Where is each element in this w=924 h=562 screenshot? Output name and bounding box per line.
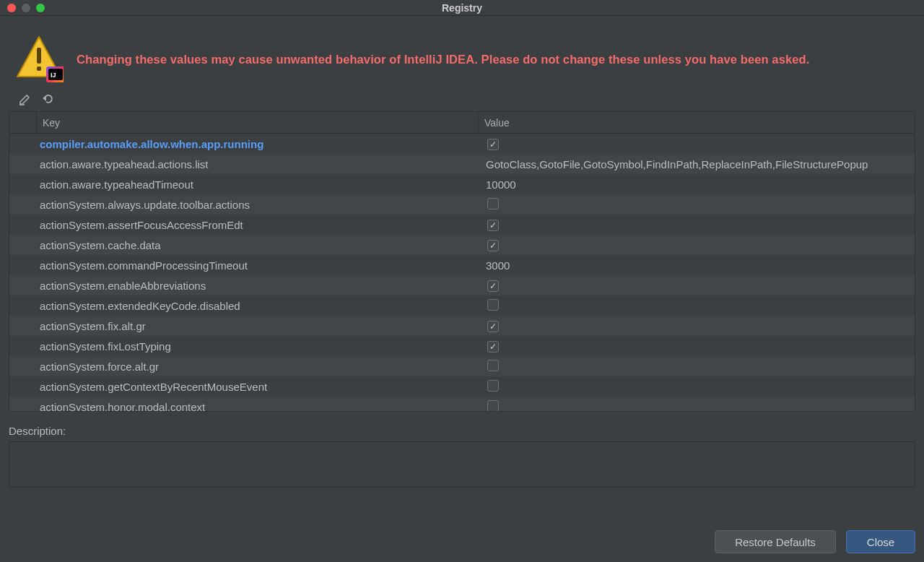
checkbox[interactable] (487, 360, 499, 371)
table-body: compiler.automake.allow.when.app.running… (9, 134, 915, 411)
cell-key: actionSystem.always.update.toolbar.actio… (37, 199, 479, 211)
window-minimize-button[interactable] (22, 4, 30, 12)
edit-icon[interactable] (19, 92, 32, 105)
checkbox[interactable] (487, 380, 499, 392)
table-row[interactable]: actionSystem.cache.data (9, 235, 915, 255)
table-row[interactable]: actionSystem.commandProcessingTimeout300… (9, 255, 915, 275)
cell-key: actionSystem.force.alt.gr (37, 360, 479, 373)
cell-value[interactable] (479, 319, 915, 332)
table-row[interactable]: actionSystem.assertFocusAccessFromEdt (9, 215, 915, 235)
column-edited[interactable] (9, 112, 37, 133)
window-close-button[interactable] (7, 4, 16, 12)
table-row[interactable]: action.aware.typeaheadTimeout10000 (9, 174, 915, 194)
registry-table: Key Value compiler.automake.allow.when.a… (9, 111, 915, 412)
revert-icon[interactable] (42, 92, 55, 105)
table-row[interactable]: actionSystem.enableAbbreviations (9, 275, 915, 295)
table-row[interactable]: actionSystem.always.update.toolbar.actio… (9, 194, 915, 215)
cell-key: actionSystem.extendedKeyCode.disabled (37, 300, 479, 312)
cell-key: action.aware.typeaheadTimeout (37, 178, 479, 191)
cell-value[interactable] (479, 380, 915, 394)
dialog-footer: Restore Defaults Close (715, 530, 915, 553)
warning-icon: IJ (14, 35, 64, 84)
checkbox[interactable] (487, 299, 499, 311)
toolbar (0, 87, 924, 111)
checkbox[interactable] (487, 321, 499, 332)
warning-banner: IJ Changing these values may cause unwan… (0, 16, 924, 87)
checkbox[interactable] (487, 240, 499, 251)
cell-key: actionSystem.fixLostTyping (37, 340, 479, 353)
cell-key: actionSystem.honor.modal.context (37, 401, 479, 412)
cell-value[interactable] (479, 340, 915, 353)
cell-value[interactable] (479, 238, 915, 251)
restore-defaults-button[interactable]: Restore Defaults (715, 530, 836, 553)
checkbox[interactable] (487, 341, 499, 353)
table-row[interactable]: actionSystem.extendedKeyCode.disabled (9, 295, 915, 316)
cell-value[interactable]: 10000 (479, 178, 915, 191)
cell-value[interactable] (479, 400, 915, 412)
table-header: Key Value (9, 112, 915, 134)
cell-value[interactable] (479, 299, 915, 313)
window-maximize-button[interactable] (36, 4, 45, 12)
warning-text: Changing these values may cause unwanted… (77, 53, 809, 66)
cell-key: actionSystem.enableAbbreviations (37, 280, 479, 292)
cell-value[interactable] (479, 360, 915, 373)
cell-key: actionSystem.assertFocusAccessFromEdt (37, 219, 479, 231)
table-row[interactable]: action.aware.typeahead.actions.listGotoC… (9, 154, 915, 174)
svg-rect-2 (37, 66, 41, 71)
svg-text:IJ: IJ (51, 72, 56, 79)
table-row[interactable]: actionSystem.fix.alt.gr (9, 316, 915, 336)
checkbox[interactable] (487, 280, 499, 292)
description-box (9, 441, 915, 488)
cell-key: actionSystem.cache.data (37, 239, 479, 251)
svg-marker-8 (43, 95, 46, 101)
svg-rect-1 (37, 48, 41, 64)
cell-key: actionSystem.fix.alt.gr (37, 320, 479, 332)
cell-value[interactable]: 3000 (479, 259, 915, 272)
cell-key: actionSystem.getContextByRecentMouseEven… (37, 381, 479, 393)
checkbox[interactable] (487, 400, 499, 412)
cell-key: action.aware.typeahead.actions.list (37, 158, 479, 170)
table-row[interactable]: actionSystem.force.alt.gr (9, 356, 915, 376)
table-row[interactable]: actionSystem.getContextByRecentMouseEven… (9, 376, 915, 397)
checkbox[interactable] (487, 220, 499, 231)
cell-key: actionSystem.commandProcessingTimeout (37, 259, 479, 272)
table-row[interactable]: actionSystem.fixLostTyping (9, 336, 915, 356)
cell-value[interactable] (479, 279, 915, 292)
description-label: Description: (0, 412, 924, 441)
window-controls (0, 4, 45, 12)
cell-value[interactable] (479, 198, 915, 212)
table-row[interactable]: actionSystem.honor.modal.context (9, 397, 915, 411)
cell-key: compiler.automake.allow.when.app.running (37, 138, 479, 150)
checkbox[interactable] (487, 198, 499, 209)
checkbox[interactable] (487, 139, 499, 150)
cell-value[interactable]: GotoClass,GotoFile,GotoSymbol,FindInPath… (479, 158, 915, 170)
cell-value[interactable] (479, 218, 915, 231)
column-value[interactable]: Value (479, 112, 915, 133)
close-button[interactable]: Close (846, 530, 915, 553)
cell-value[interactable] (479, 137, 915, 150)
window-title: Registry (442, 2, 482, 14)
table-row[interactable]: compiler.automake.allow.when.app.running (9, 134, 915, 154)
titlebar: Registry (0, 0, 924, 16)
column-key[interactable]: Key (37, 112, 479, 133)
